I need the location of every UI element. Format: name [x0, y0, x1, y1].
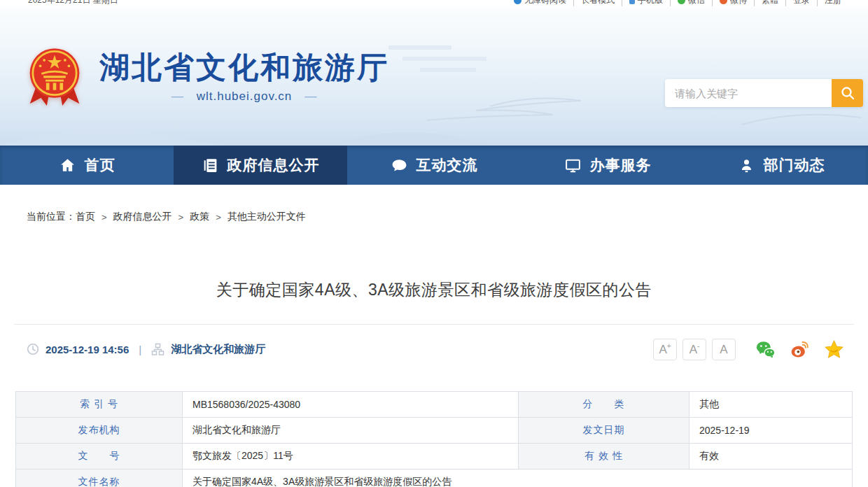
doc-category-label: 分 类: [519, 392, 690, 418]
breadcrumb-separator: >: [216, 212, 221, 223]
breadcrumb-gov-info[interactable]: 政府信息公开: [113, 211, 172, 223]
article-source: 湖北省文化和旅游厅: [171, 343, 265, 356]
weibo-mini-icon: [720, 0, 727, 4]
top-utility-bar: 2025年12月21日 星期日 无障碍阅读 长者模式 手机版 微信 微博 繁體 …: [0, 0, 868, 7]
topbar-link-login[interactable]: 登录: [786, 0, 818, 6]
table-row: 文 号 鄂文旅发〔2025〕11号 有 效 性 有效: [16, 444, 853, 470]
article-title: 关于确定国家4A级、3A级旅游景区和省级旅游度假区的公告: [0, 278, 868, 302]
doc-number-value: 鄂文旅发〔2025〕11号: [183, 444, 519, 470]
breadcrumb-separator: >: [178, 212, 184, 223]
site-header: 湖北省文化和旅游厅 —wlt.hubei.gov.cn—: [0, 7, 868, 146]
topbar-link-traditional[interactable]: 繁體: [755, 0, 786, 6]
doc-title-value: 关于确定国家4A级、3A级旅游景区和省级旅游度假区的公告: [183, 470, 853, 487]
monitor-icon: [564, 157, 582, 174]
home-icon: [59, 157, 76, 174]
nav-item-services[interactable]: 办事服务: [521, 146, 694, 185]
breadcrumb-home[interactable]: 首页: [76, 211, 95, 223]
topbar-link-mobile[interactable]: 手机版: [622, 0, 671, 6]
table-row: 发布机构 湖北省文化和旅游厅 发文日期 2025-12-19: [16, 418, 853, 444]
article-meta-right: A+ A- A: [653, 339, 844, 360]
article-meta-left: 2025-12-19 14:56 | 湖北省文化和旅游厅: [27, 343, 265, 356]
weibo-share-icon[interactable]: [790, 339, 810, 360]
font-increase-button[interactable]: A+: [653, 339, 677, 360]
dash-decoration: —: [304, 90, 317, 103]
nav-item-department-news[interactable]: 部门动态: [694, 146, 868, 185]
wechat-share-icon[interactable]: [755, 339, 776, 360]
search-input[interactable]: [665, 79, 832, 107]
clock-icon: [27, 343, 39, 355]
breadcrumb: 当前位置： 首页 > 政府信息公开 > 政策 > 其他主动公开文件: [27, 210, 868, 224]
phone-icon: [629, 0, 635, 4]
doc-issue-date-label: 发文日期: [519, 418, 690, 444]
doc-index-label: 索 引 号: [16, 392, 183, 418]
topbar-link-weibo[interactable]: 微博: [713, 0, 755, 6]
table-row: 文件名称 关于确定国家4A级、3A级旅游景区和省级旅游度假区的公告: [16, 470, 853, 487]
meta-separator: |: [139, 344, 141, 355]
topbar-links: 无障碍阅读 长者模式 手机版 微信 微博 繁體 登录 注册: [507, 0, 848, 6]
topbar-link-elder-mode[interactable]: 长者模式: [574, 0, 622, 6]
breadcrumb-other-public-docs[interactable]: 其他主动公开文件: [227, 211, 306, 223]
font-reset-button[interactable]: A: [712, 339, 736, 360]
qzone-star-icon[interactable]: [824, 339, 844, 360]
current-date: 2025年12月21日 星期日: [28, 0, 118, 6]
national-emblem-icon: [27, 43, 83, 112]
search-button[interactable]: [832, 79, 863, 107]
doc-number-label: 文 号: [16, 444, 183, 470]
table-row: 索 引 号 MB1568036/2025-43080 分 类 其他: [16, 392, 853, 418]
topbar-link-register[interactable]: 注册: [818, 0, 848, 6]
site-name: 湖北省文化和旅游厅: [99, 52, 389, 83]
doc-issuer-value: 湖北省文化和旅游厅: [183, 418, 519, 444]
doc-info-table: 索 引 号 MB1568036/2025-43080 分 类 其他 发布机构 湖…: [15, 391, 853, 487]
source-sitemap-icon: [151, 343, 164, 356]
document-icon: [202, 157, 219, 174]
person-icon: [738, 157, 755, 174]
breadcrumb-separator: >: [102, 212, 107, 223]
doc-issuer-label: 发布机构: [16, 418, 183, 444]
main-nav: 首页 政府信息公开 互动交流 办事服务 部门动态: [0, 146, 868, 185]
doc-issue-date-value: 2025-12-19: [690, 418, 853, 444]
doc-validity-value: 有效: [690, 444, 853, 470]
site-url: —wlt.hubei.gov.cn—: [99, 90, 389, 104]
nav-item-home[interactable]: 首页: [0, 146, 174, 185]
font-decrease-button[interactable]: A-: [682, 339, 706, 360]
dash-decoration: —: [172, 90, 184, 103]
doc-validity-label: 有 效 性: [519, 444, 690, 470]
site-logo[interactable]: 湖北省文化和旅游厅 —wlt.hubei.gov.cn—: [27, 43, 389, 112]
accessibility-icon: [514, 0, 522, 4]
search-icon: [840, 85, 855, 101]
doc-category-value: 其他: [690, 392, 853, 418]
chat-bubble-icon: [391, 157, 408, 174]
breadcrumb-policy[interactable]: 政策: [190, 211, 209, 223]
nav-item-gov-info[interactable]: 政府信息公开: [174, 146, 347, 185]
breadcrumb-prefix: 当前位置：: [27, 211, 76, 223]
publish-time: 2025-12-19 14:56: [46, 344, 129, 355]
wechat-mini-icon: [678, 0, 685, 4]
article-meta-row: 2025-12-19 14:56 | 湖北省文化和旅游厅 A+ A- A: [14, 325, 854, 374]
site-search: [665, 79, 863, 107]
topbar-link-wechat[interactable]: 微信: [671, 0, 713, 6]
doc-index-value: MB1568036/2025-43080: [183, 392, 519, 418]
topbar-link-accessibility[interactable]: 无障碍阅读: [507, 0, 574, 6]
nav-item-interaction[interactable]: 互动交流: [347, 146, 521, 185]
doc-title-label: 文件名称: [16, 470, 183, 487]
